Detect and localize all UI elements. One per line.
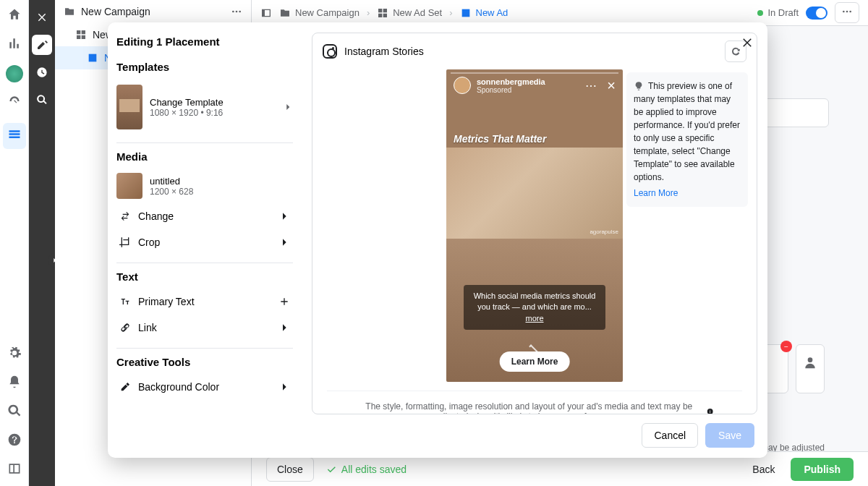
- header-more-button[interactable]: [835, 2, 859, 23]
- publish-button[interactable]: Publish: [791, 458, 854, 481]
- chevron-right-icon: ›: [449, 7, 452, 18]
- breadcrumb-adset[interactable]: New Ad Set: [377, 7, 442, 19]
- media-crop-row[interactable]: Crop: [116, 229, 293, 255]
- panel-icon[interactable]: [7, 461, 22, 479]
- close-button[interactable]: Close: [266, 457, 314, 482]
- media-change-label: Change: [138, 210, 174, 222]
- chevron-right-icon: [283, 102, 293, 112]
- info-icon[interactable]: [707, 406, 713, 414]
- media-change-row[interactable]: Change: [116, 203, 293, 229]
- modal-sidebar: Editing 1 Placement Templates Change Tem…: [108, 22, 302, 458]
- save-button[interactable]: Save: [705, 423, 754, 448]
- preview-card: Instagram Stories sonnenbergmedia Sponso…: [312, 33, 757, 414]
- divider: [116, 348, 293, 349]
- svg-point-0: [232, 11, 234, 13]
- story-cta-button: Learn More: [500, 351, 570, 372]
- lightbulb-icon: [634, 81, 644, 91]
- link-row[interactable]: Link: [116, 315, 293, 341]
- ad-icon: [87, 52, 98, 64]
- breadcrumb-adset-label: New Ad Set: [393, 7, 442, 18]
- story-preview: sonnenbergmedia Sponsored ⋯ × Metrics Th…: [446, 69, 623, 382]
- svg-point-3: [843, 11, 845, 13]
- modal-footer: Cancel Save: [312, 414, 757, 448]
- edit-tool-button[interactable]: [32, 35, 52, 55]
- story-caption-more: more: [525, 314, 543, 323]
- instagram-icon: [323, 44, 337, 59]
- media-name: untitled: [150, 176, 293, 187]
- change-template-row[interactable]: Change Template 1080 × 1920 • 9:16: [116, 79, 293, 135]
- text-heading: Text: [116, 270, 293, 283]
- chevron-right-icon: [278, 322, 290, 333]
- more-icon: [841, 6, 853, 17]
- history-tool-button[interactable]: [32, 62, 52, 82]
- svg-point-2: [239, 11, 241, 13]
- placement-label: Instagram Stories: [344, 46, 424, 57]
- breadcrumb-ad[interactable]: New Ad: [460, 7, 509, 19]
- tip-learn-more-link[interactable]: Learn More: [634, 187, 741, 200]
- panel-toggle-icon[interactable]: [260, 7, 272, 19]
- breadcrumb-campaign[interactable]: New Campaign: [279, 7, 359, 19]
- preview-tip-box: This preview is one of many templates th…: [626, 72, 748, 207]
- bgcolor-row[interactable]: Background Color: [116, 374, 293, 400]
- grid-icon: [377, 7, 388, 19]
- save-status: All edits saved: [326, 464, 407, 475]
- home-icon[interactable]: [7, 7, 22, 25]
- text-icon: [119, 296, 131, 307]
- template-thumbnail: [116, 85, 142, 129]
- footnote-text: The style, formatting, image resolution …: [356, 401, 702, 414]
- primary-text-row[interactable]: Primary Text: [116, 289, 293, 315]
- help-icon[interactable]: [7, 432, 22, 450]
- tree-campaign-row[interactable]: New Campaign: [55, 0, 251, 23]
- eyedropper-icon: [119, 381, 131, 393]
- search-tool-button[interactable]: [32, 90, 52, 110]
- breadcrumb-campaign-label: New Campaign: [295, 7, 359, 18]
- story-image: [446, 148, 623, 239]
- media-thumbnail: [116, 173, 142, 199]
- plus-icon: [278, 296, 290, 307]
- editor-tool-rail: [29, 0, 55, 486]
- status-indicator: In Draft: [757, 7, 799, 18]
- check-icon: [326, 464, 337, 475]
- chevron-right-icon: [278, 381, 290, 393]
- media-dimensions: 1200 × 628: [150, 187, 293, 197]
- crop-icon: [119, 236, 131, 248]
- link-label: Link: [138, 322, 157, 333]
- media-info-row: untitled 1200 × 628: [116, 169, 293, 203]
- settings-icon[interactable]: [7, 346, 22, 363]
- ads-table-icon[interactable]: [3, 123, 26, 149]
- search-icon[interactable]: [7, 404, 22, 421]
- save-status-label: All edits saved: [341, 464, 407, 475]
- preview-body: sonnenbergmedia Sponsored ⋯ × Metrics Th…: [312, 69, 757, 382]
- tree-campaign-label: New Campaign: [81, 6, 150, 17]
- modal-preview-column: Instagram Stories sonnenbergmedia Sponso…: [302, 22, 767, 458]
- modal-close-button[interactable]: [737, 33, 757, 53]
- tip-text: This preview is one of many templates th…: [634, 81, 740, 182]
- more-icon[interactable]: [231, 6, 242, 17]
- close-icon: [741, 36, 754, 49]
- back-button[interactable]: Back: [742, 458, 785, 481]
- close-editor-button[interactable]: [32, 7, 52, 27]
- account-avatar[interactable]: [6, 65, 23, 82]
- story-avatar: [454, 77, 471, 94]
- svg-point-5: [849, 11, 851, 13]
- chevron-right-icon: [278, 210, 290, 222]
- status-dot-icon: [757, 10, 763, 16]
- chevron-right-icon: [278, 236, 290, 248]
- chevron-right-icon: ›: [367, 7, 370, 18]
- media-crop-label: Crop: [138, 236, 160, 248]
- divider: [116, 263, 293, 263]
- preview-header: Instagram Stories: [312, 33, 757, 69]
- story-image-title: Metrics That Matter: [454, 133, 546, 145]
- grid-icon: [75, 29, 87, 40]
- ad-toggle[interactable]: [806, 7, 827, 20]
- cancel-button[interactable]: Cancel: [642, 423, 698, 448]
- insights-icon[interactable]: [7, 36, 22, 54]
- svg-point-4: [846, 11, 848, 13]
- template-dimensions: 1080 × 1920 • 9:16: [150, 108, 276, 118]
- gauge-icon[interactable]: [7, 94, 22, 111]
- tools-heading: Creative Tools: [116, 356, 293, 368]
- story-close-icon: ×: [607, 77, 616, 94]
- notifications-icon[interactable]: [7, 375, 22, 392]
- remove-icon: −: [780, 341, 792, 352]
- media-heading: Media: [116, 150, 293, 163]
